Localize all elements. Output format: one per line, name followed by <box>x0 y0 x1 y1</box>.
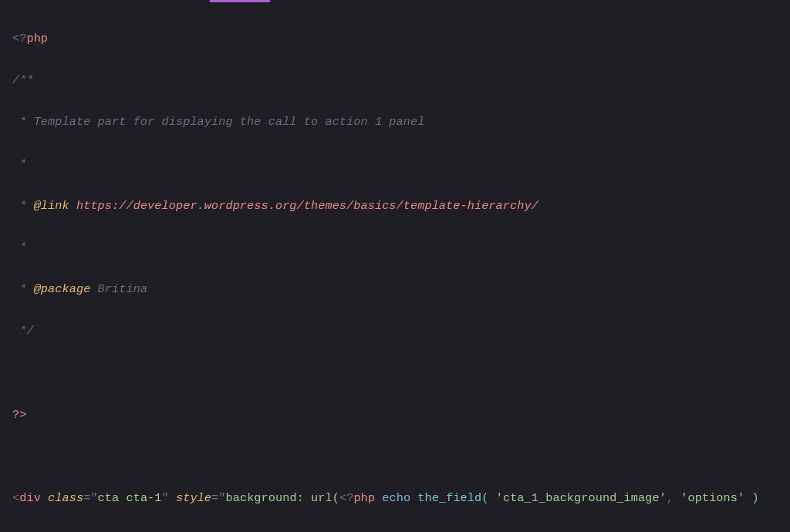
code-line[interactable] <box>3 446 790 467</box>
code-line[interactable]: <?php <box>3 29 790 49</box>
code-line[interactable]: */ <box>3 321 790 342</box>
code-line[interactable]: ?> <box>3 405 790 426</box>
code-editor[interactable]: <?php /** * Template part for displaying… <box>0 0 790 532</box>
code-line[interactable]: * @package Britina <box>3 279 790 300</box>
code-line[interactable]: * Template part for displaying the call … <box>3 112 790 133</box>
code-line[interactable]: * @link https://developer.wordpress.org/… <box>3 196 790 217</box>
code-line[interactable]: * <box>3 237 790 258</box>
active-tab-indicator <box>210 0 270 2</box>
code-line[interactable] <box>3 363 790 384</box>
code-line[interactable]: <div class="cta cta-1" style="background… <box>3 488 790 509</box>
code-line[interactable]: * <box>3 154 790 175</box>
code-line[interactable]: /** <box>3 70 790 91</box>
